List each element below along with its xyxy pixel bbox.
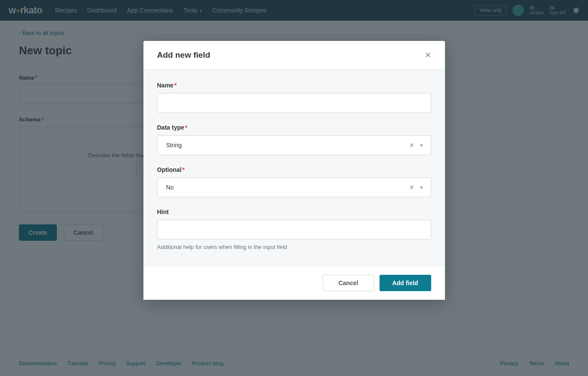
modal-body: Name* Data type* String ✕ ▼ [143,70,445,266]
add-field-modal: Add new field ✕ Name* Data type* String [143,41,445,300]
data-type-select[interactable]: String ✕ ▼ [157,135,431,155]
modal-title: Add new field [157,50,211,60]
clear-icon[interactable]: ✕ [409,184,414,191]
optional-label: Optional* [157,166,431,173]
chevron-down-icon[interactable]: ▼ [420,143,424,148]
hint-input[interactable] [157,220,431,239]
hint-help-text: Additional help for users when filling i… [157,244,431,250]
hint-label: Hint [157,208,431,215]
chevron-down-icon[interactable]: ▼ [420,185,424,190]
modal-footer: Cancel Add field [143,266,445,300]
optional-select[interactable]: No ✕ ▼ [157,177,431,197]
optional-value: No [165,184,174,191]
field-group-hint: Hint Additional help for users when fill… [157,208,431,250]
modal-overlay: Add new field ✕ Name* Data type* String [0,0,588,376]
field-group-optional: Optional* No ✕ ▼ [157,166,431,197]
field-group-data-type: Data type* String ✕ ▼ [157,124,431,155]
modal-header: Add new field ✕ [143,41,445,70]
data-type-value: String [165,142,182,149]
clear-icon[interactable]: ✕ [409,142,414,149]
name-label: Name* [157,82,431,89]
name-input[interactable] [157,93,431,113]
close-icon[interactable]: ✕ [425,51,431,59]
add-field-button[interactable]: Add field [380,275,431,291]
cancel-button[interactable]: Cancel [323,275,374,291]
data-type-label: Data type* [157,124,431,131]
field-group-name: Name* [157,82,431,113]
